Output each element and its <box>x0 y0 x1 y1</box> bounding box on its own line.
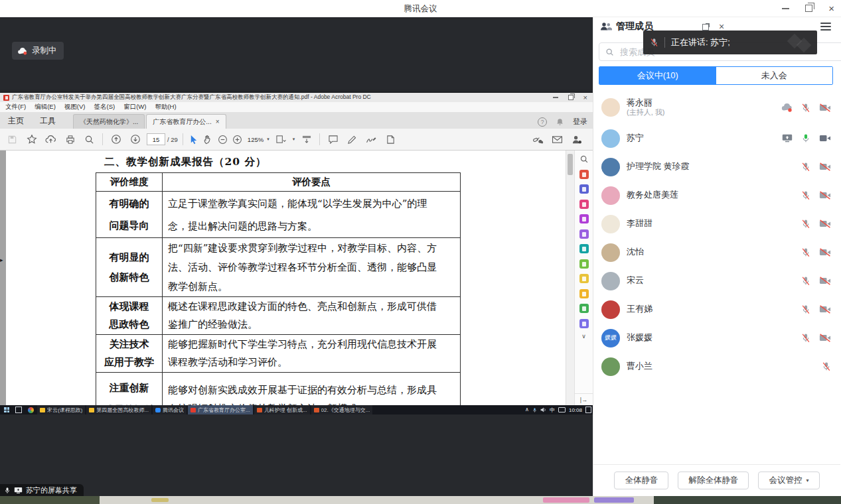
print-production-tool-icon[interactable] <box>579 304 589 313</box>
create-pdf-tool-icon[interactable] <box>579 170 589 179</box>
save-icon[interactable] <box>3 131 22 148</box>
camera-off-icon[interactable] <box>819 248 831 257</box>
comment-tool-icon[interactable] <box>579 289 589 298</box>
close-icon[interactable]: × <box>828 3 834 13</box>
fill-sign-tool-icon[interactable] <box>579 229 589 239</box>
acrobat-restore-icon[interactable] <box>568 95 573 100</box>
taskbar-item[interactable]: 腾讯会议 <box>153 405 187 414</box>
unmute-all-button[interactable]: 解除全体静音 <box>678 472 749 489</box>
tab-not-joined[interactable]: 未入会 <box>716 67 833 84</box>
page-number-input[interactable]: 15 <box>147 133 165 145</box>
sign-pen-icon[interactable] <box>362 131 381 148</box>
doc-tab-inactive[interactable]: 《天然药物化学》... <box>73 114 145 129</box>
menu-view[interactable]: 视图(V) <box>64 103 86 111</box>
mic-muted-icon[interactable] <box>801 219 810 229</box>
participant-row[interactable]: 蒋永丽 (主持人, 我) <box>593 91 840 124</box>
mic-icon[interactable] <box>4 486 11 495</box>
mic-muted-icon[interactable] <box>801 276 810 286</box>
email-icon[interactable] <box>548 131 567 148</box>
menu-sign[interactable]: 签名(S) <box>94 103 115 111</box>
stamp-icon[interactable] <box>381 131 400 148</box>
zoom-in-icon[interactable] <box>230 131 245 148</box>
recording-badge[interactable]: 录制中 <box>12 42 64 60</box>
bell-icon[interactable] <box>556 117 564 127</box>
camera-off-icon[interactable] <box>819 162 831 171</box>
participant-row[interactable]: 王有娣 <box>593 295 840 324</box>
camera-off-icon[interactable] <box>819 220 831 228</box>
camera-off-icon[interactable] <box>819 191 831 200</box>
tab-in-meeting[interactable]: 会议中(10) <box>599 67 716 84</box>
acrobat-titlebar[interactable]: 广东省教育厅办公室转发关于举办第四届全国高校教师教学创新大赛广东分赛暨广东省高校… <box>0 93 593 102</box>
export-pdf-tool-icon[interactable] <box>579 184 589 194</box>
notification-center-icon[interactable] <box>585 407 591 413</box>
page-down-icon[interactable] <box>125 131 145 148</box>
taskbar-item[interactable]: 02.《交通地理与交... <box>311 405 373 414</box>
taskbar-item[interactable]: 第四届全国高校教师... <box>86 405 151 414</box>
tray-speaker-icon[interactable] <box>540 407 546 412</box>
popout-panel-icon[interactable] <box>702 23 710 31</box>
mic-muted-icon[interactable] <box>801 103 810 113</box>
participant-row[interactable]: 教务处唐美莲 <box>593 181 840 210</box>
star-icon[interactable] <box>22 131 41 148</box>
zoom-level[interactable]: 125% <box>248 136 264 143</box>
expand-panel-icon[interactable]: |→ <box>580 397 587 403</box>
fit-caret-icon[interactable]: ▾ <box>293 137 295 142</box>
browser-button[interactable] <box>25 405 36 414</box>
tab-home[interactable]: 主页 <box>0 113 32 129</box>
search-tool-icon[interactable] <box>579 155 589 164</box>
participant-row[interactable]: 苏宁 <box>593 124 840 153</box>
start-button[interactable] <box>1 405 12 414</box>
camera-off-icon[interactable] <box>819 103 831 112</box>
menu-edit[interactable]: 编辑(E) <box>35 103 56 111</box>
menu-icon[interactable] <box>820 23 831 31</box>
protect-tool-icon[interactable] <box>579 319 589 328</box>
zoom-caret-icon[interactable]: ▾ <box>267 137 269 142</box>
more-tools-icon[interactable]: ∨ <box>581 334 586 340</box>
acrobat-minimize-icon[interactable] <box>553 97 558 98</box>
tray-expand-icon[interactable]: ∧ <box>525 407 529 412</box>
zoom-out-icon[interactable] <box>216 131 230 148</box>
duplicate-pages-tool-icon[interactable] <box>579 274 589 283</box>
taskbar-item-active[interactable]: 广东省教育厅办公室... <box>188 405 253 414</box>
participant-row[interactable]: 宋云 <box>593 267 840 295</box>
participant-row[interactable]: 曹小兰 <box>593 352 840 381</box>
mic-muted-icon[interactable] <box>822 361 831 371</box>
taskbar-item[interactable]: 宋云(课程思政) <box>37 405 85 414</box>
mic-muted-icon[interactable] <box>801 190 810 200</box>
share-link-icon[interactable] <box>528 131 548 148</box>
tray-clock[interactable]: 10:08 <box>569 407 582 413</box>
share-person-icon[interactable] <box>567 131 586 148</box>
meeting-titlebar[interactable]: 腾讯会议 × <box>0 0 841 17</box>
touch-keyboard-icon[interactable] <box>558 407 566 412</box>
minimize-icon[interactable] <box>782 8 789 9</box>
select-cursor-icon[interactable] <box>187 131 201 148</box>
share-cloud-icon[interactable] <box>41 131 60 148</box>
send-review-tool-icon[interactable] <box>579 244 589 253</box>
camera-off-icon[interactable] <box>819 305 831 314</box>
tab-close-icon[interactable]: × <box>216 115 220 129</box>
fit-page-icon[interactable] <box>271 131 291 148</box>
organize-pages-tool-icon[interactable] <box>579 214 589 223</box>
menu-window[interactable]: 窗口(W) <box>123 103 146 111</box>
tab-tools[interactable]: 工具 <box>32 113 64 129</box>
combine-files-tool-icon[interactable] <box>579 259 589 269</box>
taskbar-item[interactable]: 儿科护理 创新成... <box>254 405 310 414</box>
hand-tool-icon[interactable] <box>201 131 216 148</box>
camera-on-icon[interactable] <box>819 134 831 143</box>
page-up-icon[interactable] <box>106 131 125 148</box>
participant-row[interactable]: 媛媛 张媛媛 <box>593 324 840 352</box>
menu-file[interactable]: 文件(F) <box>5 103 26 111</box>
nav-pane-strip[interactable]: ▸ <box>0 151 6 406</box>
fit-width-icon[interactable] <box>297 131 316 148</box>
help-icon[interactable]: ? <box>538 117 547 127</box>
search-icon[interactable] <box>80 131 99 148</box>
tray-mic-icon[interactable] <box>532 407 537 413</box>
mic-muted-icon[interactable] <box>801 304 810 314</box>
edit-pdf-tool-icon[interactable] <box>579 200 589 209</box>
doc-tab-active[interactable]: 广东省教育厅办公... × <box>146 114 226 129</box>
acrobat-close-icon[interactable]: × <box>583 94 587 101</box>
mic-on-icon[interactable] <box>801 133 810 143</box>
task-view-button[interactable] <box>13 405 24 414</box>
participant-row[interactable]: 护理学院 黄珍霞 <box>593 153 840 181</box>
restore-icon[interactable] <box>805 5 812 12</box>
